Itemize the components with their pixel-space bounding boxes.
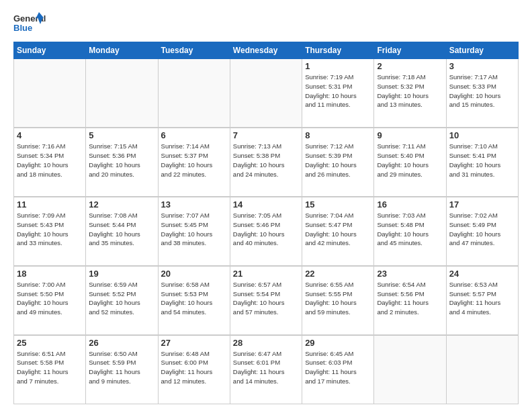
calendar-day-cell: 5Sunrise: 7:15 AM Sunset: 5:36 PM Daylig…	[86, 128, 158, 197]
calendar-day-cell: 16Sunrise: 7:03 AM Sunset: 5:48 PM Dayli…	[374, 197, 446, 266]
day-info: Sunrise: 7:12 AM Sunset: 5:39 PM Dayligh…	[305, 142, 371, 179]
calendar-day-cell: 6Sunrise: 7:14 AM Sunset: 5:37 PM Daylig…	[158, 128, 230, 197]
day-number: 7	[233, 130, 299, 140]
day-number: 26	[89, 338, 154, 348]
day-info: Sunrise: 7:07 AM Sunset: 5:45 PM Dayligh…	[161, 211, 227, 248]
calendar-day-cell: 28Sunrise: 6:47 AM Sunset: 6:01 PM Dayli…	[230, 335, 302, 404]
day-info: Sunrise: 6:54 AM Sunset: 5:56 PM Dayligh…	[377, 280, 443, 317]
day-number: 24	[449, 269, 515, 279]
day-info: Sunrise: 6:57 AM Sunset: 5:54 PM Dayligh…	[233, 280, 299, 317]
day-number: 14	[233, 199, 299, 210]
logo-svg: General Blue	[13, 11, 47, 36]
day-info: Sunrise: 7:15 AM Sunset: 5:36 PM Dayligh…	[89, 142, 154, 179]
calendar-day-cell: 27Sunrise: 6:48 AM Sunset: 6:00 PM Dayli…	[158, 335, 230, 404]
day-info: Sunrise: 7:13 AM Sunset: 5:38 PM Dayligh…	[233, 142, 299, 179]
calendar-week-row: 4Sunrise: 7:16 AM Sunset: 5:34 PM Daylig…	[14, 128, 519, 197]
day-info: Sunrise: 6:59 AM Sunset: 5:52 PM Dayligh…	[89, 280, 154, 317]
day-info: Sunrise: 6:51 AM Sunset: 5:58 PM Dayligh…	[17, 349, 83, 386]
logo: General Blue	[13, 11, 47, 36]
day-info: Sunrise: 7:17 AM Sunset: 5:33 PM Dayligh…	[449, 73, 515, 109]
day-info: Sunrise: 6:53 AM Sunset: 5:57 PM Dayligh…	[449, 280, 515, 317]
day-number: 2	[377, 61, 443, 71]
day-number: 11	[17, 199, 83, 210]
day-info: Sunrise: 7:05 AM Sunset: 5:46 PM Dayligh…	[233, 211, 299, 248]
day-number: 23	[377, 269, 443, 279]
day-number: 17	[449, 199, 515, 210]
calendar-day-cell	[14, 59, 86, 128]
day-info: Sunrise: 6:47 AM Sunset: 6:01 PM Dayligh…	[233, 349, 299, 386]
calendar-day-cell: 12Sunrise: 7:08 AM Sunset: 5:44 PM Dayli…	[86, 197, 158, 266]
day-number: 22	[305, 269, 371, 279]
svg-text:Blue: Blue	[13, 23, 32, 33]
day-info: Sunrise: 7:14 AM Sunset: 5:37 PM Dayligh…	[161, 142, 227, 179]
calendar-header-cell: Sunday	[14, 42, 86, 59]
calendar-header-cell: Friday	[374, 42, 446, 59]
day-info: Sunrise: 7:11 AM Sunset: 5:40 PM Dayligh…	[377, 142, 443, 179]
day-number: 25	[17, 338, 83, 348]
calendar-body: 1Sunrise: 7:19 AM Sunset: 5:31 PM Daylig…	[14, 59, 519, 404]
calendar-week-row: 1Sunrise: 7:19 AM Sunset: 5:31 PM Daylig…	[14, 59, 519, 128]
day-number: 1	[305, 61, 371, 71]
day-number: 12	[89, 199, 154, 210]
day-info: Sunrise: 6:55 AM Sunset: 5:55 PM Dayligh…	[305, 280, 371, 317]
day-number: 5	[89, 130, 154, 140]
day-number: 29	[305, 338, 371, 348]
calendar-week-row: 25Sunrise: 6:51 AM Sunset: 5:58 PM Dayli…	[14, 335, 519, 404]
day-number: 4	[17, 130, 83, 140]
day-number: 19	[89, 269, 154, 279]
calendar-day-cell: 17Sunrise: 7:02 AM Sunset: 5:49 PM Dayli…	[446, 197, 518, 266]
day-info: Sunrise: 7:09 AM Sunset: 5:43 PM Dayligh…	[17, 211, 83, 248]
calendar-day-cell: 25Sunrise: 6:51 AM Sunset: 5:58 PM Dayli…	[14, 335, 86, 404]
day-info: Sunrise: 6:50 AM Sunset: 5:59 PM Dayligh…	[89, 349, 154, 386]
day-info: Sunrise: 7:16 AM Sunset: 5:34 PM Dayligh…	[17, 142, 83, 179]
calendar-week-row: 11Sunrise: 7:09 AM Sunset: 5:43 PM Dayli…	[14, 197, 519, 266]
calendar-header-cell: Saturday	[446, 42, 518, 59]
day-number: 16	[377, 199, 443, 210]
calendar-day-cell: 7Sunrise: 7:13 AM Sunset: 5:38 PM Daylig…	[230, 128, 302, 197]
day-info: Sunrise: 7:03 AM Sunset: 5:48 PM Dayligh…	[377, 211, 443, 248]
day-number: 28	[233, 338, 299, 348]
calendar-day-cell	[86, 59, 158, 128]
day-number: 18	[17, 269, 83, 279]
calendar-day-cell: 22Sunrise: 6:55 AM Sunset: 5:55 PM Dayli…	[302, 266, 374, 335]
day-info: Sunrise: 7:02 AM Sunset: 5:49 PM Dayligh…	[449, 211, 515, 248]
day-number: 15	[305, 199, 371, 210]
day-info: Sunrise: 6:48 AM Sunset: 6:00 PM Dayligh…	[161, 349, 227, 386]
day-number: 6	[161, 130, 227, 140]
calendar-day-cell: 18Sunrise: 7:00 AM Sunset: 5:50 PM Dayli…	[14, 266, 86, 335]
calendar-day-cell: 1Sunrise: 7:19 AM Sunset: 5:31 PM Daylig…	[302, 59, 374, 128]
calendar-week-row: 18Sunrise: 7:00 AM Sunset: 5:50 PM Dayli…	[14, 266, 519, 335]
calendar-day-cell: 10Sunrise: 7:10 AM Sunset: 5:41 PM Dayli…	[446, 128, 518, 197]
calendar-header-cell: Monday	[86, 42, 158, 59]
calendar-day-cell: 26Sunrise: 6:50 AM Sunset: 5:59 PM Dayli…	[86, 335, 158, 404]
day-info: Sunrise: 7:04 AM Sunset: 5:47 PM Dayligh…	[305, 211, 371, 248]
calendar-day-cell: 9Sunrise: 7:11 AM Sunset: 5:40 PM Daylig…	[374, 128, 446, 197]
calendar-day-cell	[374, 335, 446, 404]
day-number: 9	[377, 130, 443, 140]
calendar-day-cell: 21Sunrise: 6:57 AM Sunset: 5:54 PM Dayli…	[230, 266, 302, 335]
day-info: Sunrise: 7:10 AM Sunset: 5:41 PM Dayligh…	[449, 142, 515, 179]
day-info: Sunrise: 7:00 AM Sunset: 5:50 PM Dayligh…	[17, 280, 83, 317]
day-info: Sunrise: 6:45 AM Sunset: 6:03 PM Dayligh…	[305, 349, 371, 386]
calendar-day-cell: 8Sunrise: 7:12 AM Sunset: 5:39 PM Daylig…	[302, 128, 374, 197]
calendar-day-cell: 14Sunrise: 7:05 AM Sunset: 5:46 PM Dayli…	[230, 197, 302, 266]
calendar-table: SundayMondayTuesdayWednesdayThursdayFrid…	[13, 42, 519, 404]
day-info: Sunrise: 7:18 AM Sunset: 5:32 PM Dayligh…	[377, 73, 443, 109]
calendar-header-cell: Thursday	[302, 42, 374, 59]
day-number: 3	[449, 61, 515, 71]
day-info: Sunrise: 7:19 AM Sunset: 5:31 PM Dayligh…	[305, 73, 371, 109]
page: General Blue SundayMondayTuesdayWednesda…	[0, 0, 532, 411]
day-info: Sunrise: 7:08 AM Sunset: 5:44 PM Dayligh…	[89, 211, 154, 248]
calendar-day-cell: 2Sunrise: 7:18 AM Sunset: 5:32 PM Daylig…	[374, 59, 446, 128]
calendar-day-cell	[446, 335, 518, 404]
day-number: 21	[233, 269, 299, 279]
calendar-header-cell: Tuesday	[158, 42, 230, 59]
calendar-day-cell: 4Sunrise: 7:16 AM Sunset: 5:34 PM Daylig…	[14, 128, 86, 197]
calendar-day-cell: 3Sunrise: 7:17 AM Sunset: 5:33 PM Daylig…	[446, 59, 518, 128]
calendar-day-cell	[158, 59, 230, 128]
calendar-header-row: SundayMondayTuesdayWednesdayThursdayFrid…	[14, 42, 519, 59]
calendar-day-cell: 29Sunrise: 6:45 AM Sunset: 6:03 PM Dayli…	[302, 335, 374, 404]
day-number: 20	[161, 269, 227, 279]
calendar-day-cell: 13Sunrise: 7:07 AM Sunset: 5:45 PM Dayli…	[158, 197, 230, 266]
calendar-day-cell: 23Sunrise: 6:54 AM Sunset: 5:56 PM Dayli…	[374, 266, 446, 335]
